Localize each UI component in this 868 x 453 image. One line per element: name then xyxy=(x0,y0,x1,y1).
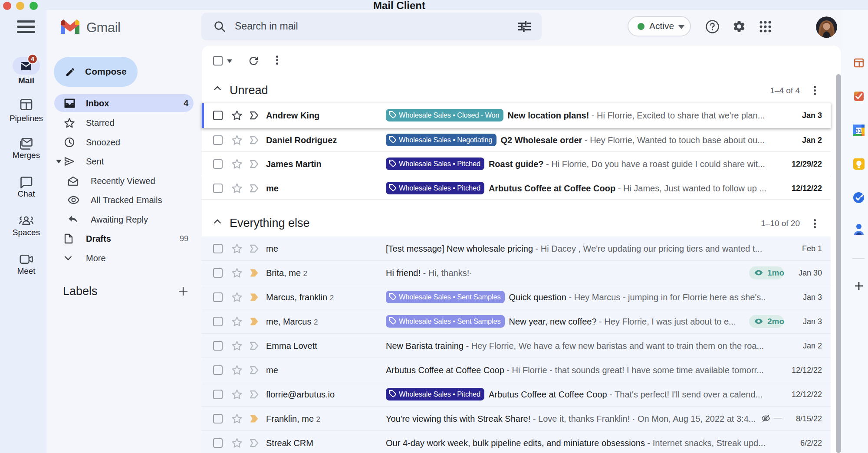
svg-text:31: 31 xyxy=(855,128,861,134)
